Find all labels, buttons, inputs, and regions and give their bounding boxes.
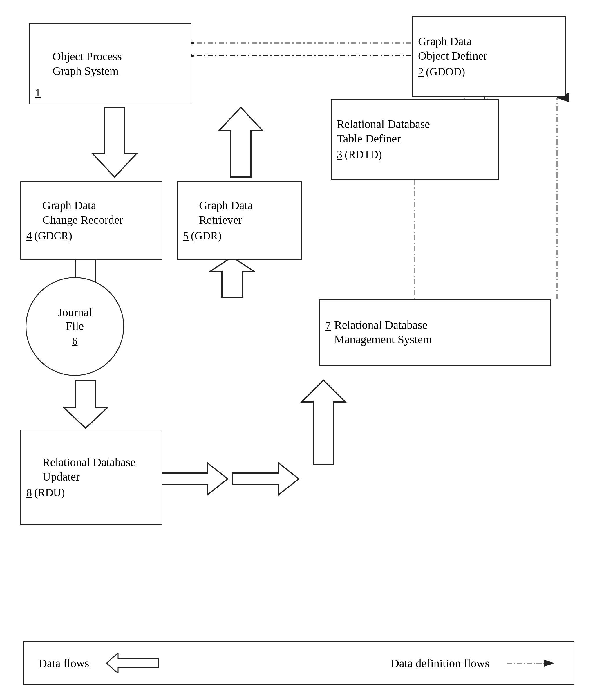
gdod-label: Graph Data Object Definer (418, 34, 488, 63)
box-rdtd: Relational Database Table Definer 3 (RDT… (331, 99, 499, 180)
box-gdod: Graph Data Object Definer 2 (GDOD) (412, 16, 566, 97)
svg-marker-13 (232, 463, 299, 495)
rdtd-num: 3 (337, 148, 342, 161)
svg-marker-23 (106, 653, 159, 673)
svg-marker-7 (93, 107, 136, 177)
opgs-num: 1 (35, 86, 41, 100)
legend-data-flows-arrow (106, 653, 159, 673)
rdu-num: 8 (26, 486, 32, 500)
box-rdms: 7 Relational Database Management System (319, 299, 551, 366)
box-opgs: Object Process Graph System 1 (29, 23, 191, 104)
legend: Data flows Data definition flows (23, 641, 574, 685)
journal-label: JournalFile (58, 306, 92, 333)
box-gdcr: Graph Data Change Recorder 4 (GDCR) (20, 181, 162, 260)
gdod-acronym: (GDOD) (426, 65, 465, 79)
gdcr-num: 4 (26, 229, 32, 243)
box-gdr: Graph Data Retriever 5 (GDR) (177, 181, 302, 260)
svg-marker-10 (64, 380, 107, 428)
gdr-label: Graph Data Retriever (183, 198, 253, 227)
legend-data-def-flows-label: Data definition flows (391, 656, 490, 670)
rdu-label: Relational Database Updater (26, 455, 135, 484)
svg-marker-8 (219, 107, 263, 177)
rdu-acronym: (RDU) (34, 486, 65, 500)
rdms-label: Relational Database Management System (334, 318, 432, 347)
box-journal: JournalFile 6 (26, 277, 124, 376)
gdr-num: 5 (183, 229, 189, 243)
legend-data-def-flows-arrow (507, 659, 559, 668)
gdod-num: 2 (418, 65, 424, 79)
legend-data-flows-label: Data flows (38, 656, 89, 670)
svg-marker-14 (302, 380, 345, 464)
svg-marker-11 (210, 257, 254, 298)
rdms-num: 7 (325, 319, 331, 333)
svg-marker-12 (161, 463, 228, 495)
box-rdu: Relational Database Updater 8 (RDU) (20, 429, 162, 525)
gdcr-label: Graph Data Change Recorder (26, 198, 123, 227)
journal-num: 6 (72, 334, 78, 347)
rdtd-label: Relational Database Table Definer (337, 117, 430, 146)
rdtd-acronym: (RDTD) (345, 148, 382, 161)
opgs-label: Object Process Graph System (35, 49, 122, 78)
gdr-acronym: (GDR) (191, 229, 221, 243)
gdcr-acronym: (GDCR) (34, 229, 72, 243)
